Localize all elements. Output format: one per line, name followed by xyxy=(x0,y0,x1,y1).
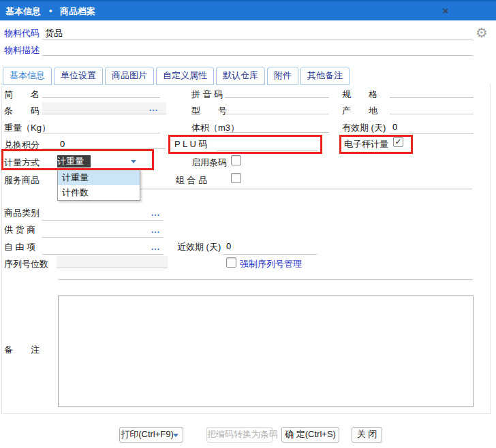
tab-unit-settings[interactable]: 单位设置 xyxy=(54,67,103,85)
short-name-label: 简 名 xyxy=(4,89,40,101)
close-button[interactable]: 关 闭 xyxy=(352,427,382,443)
chevron-down-icon[interactable] xyxy=(131,160,136,163)
category-input[interactable] xyxy=(42,220,164,221)
tab-custom-attrs[interactable]: 自定义属性 xyxy=(156,67,214,85)
combo-product-label: 组 合 品 xyxy=(176,174,207,187)
material-code-input[interactable] xyxy=(42,39,473,39)
near-expiry-value: 0 xyxy=(226,241,231,251)
spec-label: 规 格 xyxy=(342,89,377,101)
validity-days-value: 0 xyxy=(392,122,397,132)
remark-textarea[interactable] xyxy=(58,295,474,407)
force-serial-label: 强制序列号管理 xyxy=(240,258,302,270)
tab-other-notes[interactable]: 其他备注 xyxy=(300,67,350,85)
dropdown-option-weighing[interactable]: 计重量 xyxy=(58,170,140,185)
convert-to-barcode-button[interactable]: 把编码转换为条码 xyxy=(206,427,273,443)
exchange-points-label: 兑换积分 xyxy=(4,139,40,151)
short-name-input[interactable] xyxy=(42,97,160,98)
volume-input[interactable] xyxy=(225,132,329,133)
spec-input[interactable] xyxy=(390,97,474,98)
remark-label: 备 注 xyxy=(4,344,40,356)
tab-attachments[interactable]: 附件 xyxy=(267,67,298,85)
tab-basic-info[interactable]: 基本信息 xyxy=(3,67,52,85)
product-archive-window: 基本信息 • 商品档案 × 物料代码 货品 物料描述 ⚙ 基本信息 单位设置 商… xyxy=(0,0,496,448)
tab-strip: 基本信息 单位设置 商品图片 自定义属性 默认仓库 附件 其他备注 xyxy=(3,67,350,85)
window-title-section: 基本信息 xyxy=(5,5,41,18)
supplier-browse-button[interactable]: ... xyxy=(151,225,160,235)
ok-button[interactable]: 确 定(Ctrl+S) xyxy=(281,427,339,443)
title-bullet: • xyxy=(49,5,52,16)
tab-default-warehouse[interactable]: 默认仓库 xyxy=(216,67,265,85)
validity-days-input[interactable] xyxy=(390,133,474,134)
pinyin-code-input[interactable] xyxy=(225,97,329,98)
window-title-module: 商品档案 xyxy=(60,5,95,18)
remark-divider xyxy=(58,279,473,280)
weight-input[interactable] xyxy=(42,133,160,133)
escale-label: 电子秤计量 xyxy=(344,138,388,150)
model-input[interactable] xyxy=(225,114,329,114)
escale-checkbox[interactable]: ✓ xyxy=(393,137,403,147)
free-item-browse-button[interactable]: ... xyxy=(151,242,160,252)
material-code-label: 物料代码 xyxy=(4,27,40,39)
model-label: 型 号 xyxy=(191,105,227,117)
free-item-label: 自 由 项 xyxy=(4,241,35,253)
validity-days-label: 有效期 (天) xyxy=(342,122,386,134)
plu-code-label: P L U 码 xyxy=(174,138,207,150)
origin-label: 产 地 xyxy=(342,105,377,117)
close-icon[interactable]: × xyxy=(439,5,452,17)
plu-code-input[interactable] xyxy=(217,150,317,151)
category-browse-button[interactable]: ... xyxy=(151,208,160,218)
print-button-label: 打印(Ctrl+F9) xyxy=(121,429,174,439)
category-label: 商品类别 xyxy=(4,207,40,219)
measure-mode-label: 计量方式 xyxy=(4,157,40,169)
barcode-browse-button[interactable]: ... xyxy=(149,103,158,113)
pinyin-code-label: 拼 音 码 xyxy=(191,89,223,101)
supplier-label: 供 货 商 xyxy=(4,224,35,236)
supplier-input[interactable] xyxy=(42,237,164,238)
tab-product-images[interactable]: 商品图片 xyxy=(105,67,154,85)
barcode-input[interactable] xyxy=(42,102,166,114)
exchange-points-value: 0 xyxy=(60,139,65,149)
combo-product-checkbox[interactable] xyxy=(231,173,241,183)
origin-input[interactable] xyxy=(390,114,474,114)
check-icon: ✓ xyxy=(394,137,401,146)
material-code-value: 货品 xyxy=(45,27,63,39)
material-desc-label: 物料描述 xyxy=(4,44,40,57)
serial-digits-label: 序列号位数 xyxy=(4,258,48,270)
exchange-points-input[interactable] xyxy=(42,148,166,149)
near-expiry-input[interactable] xyxy=(223,254,317,255)
enable-barcode-checkbox[interactable] xyxy=(231,155,241,165)
barcode-label: 条 码 xyxy=(4,105,40,117)
measure-mode-combobox[interactable]: 计重量 xyxy=(57,155,91,167)
dropdown-option-counting[interactable]: 计件数 xyxy=(58,185,140,200)
enable-barcode-label: 启用条码 xyxy=(191,157,227,169)
free-item-input[interactable] xyxy=(42,254,164,255)
material-desc-input[interactable] xyxy=(42,55,473,56)
serial-digits-input[interactable] xyxy=(57,256,168,268)
near-expiry-label: 近效期 (天) xyxy=(177,241,221,253)
force-serial-checkbox[interactable] xyxy=(226,257,236,268)
print-dropdown-icon[interactable] xyxy=(173,434,179,437)
measure-mode-dropdown: 计重量 计件数 xyxy=(57,170,140,201)
service-goods-label: 服务商品 xyxy=(4,174,40,187)
title-bar: 基本信息 • 商品档案 × xyxy=(0,0,496,20)
section-divider xyxy=(140,189,472,189)
gear-icon[interactable]: ⚙ xyxy=(476,25,488,41)
